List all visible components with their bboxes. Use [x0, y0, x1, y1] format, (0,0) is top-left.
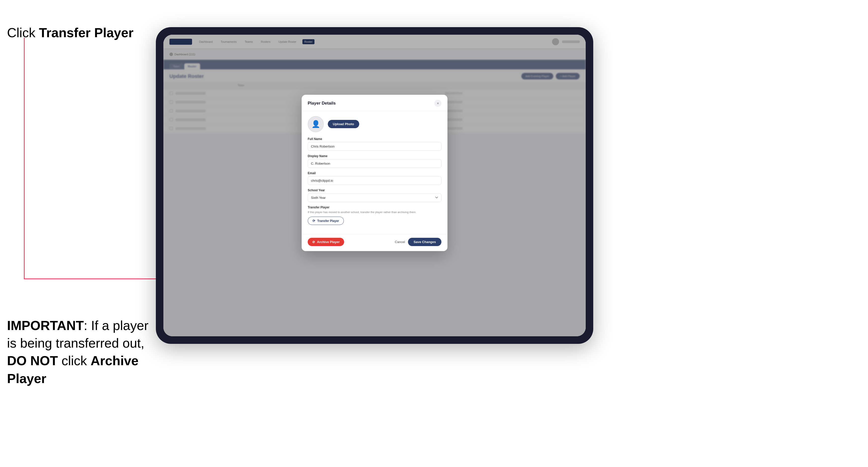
- upload-photo-button[interactable]: Upload Photo: [328, 120, 359, 128]
- instruction-prefix: Click: [7, 25, 39, 40]
- school-year-select[interactable]: First Year Second Year Third Year Fourth…: [308, 193, 441, 202]
- transfer-btn-label: Transfer Player: [317, 219, 339, 223]
- email-input[interactable]: [308, 176, 441, 185]
- cancel-button[interactable]: Cancel: [395, 240, 405, 244]
- transfer-section-description: If this player has moved to another scho…: [308, 210, 441, 214]
- instruction-suffix: click: [58, 353, 91, 368]
- transfer-icon: ⟳: [312, 219, 315, 223]
- school-year-label: School Year: [308, 188, 441, 192]
- archive-label: Archive Player: [317, 240, 340, 244]
- save-changes-button[interactable]: Save Changes: [408, 238, 441, 246]
- tablet-screen: Dashboard Tournaments Teams Rosters Upda…: [163, 35, 586, 336]
- email-label: Email: [308, 172, 441, 175]
- tablet-screen-area: Dashboard Tournaments Teams Rosters Upda…: [163, 35, 586, 336]
- arrow-vertical-line: [24, 38, 25, 279]
- instruction-transfer-bold: Transfer Player: [39, 25, 133, 40]
- instruction-top: Click Transfer Player: [7, 25, 133, 40]
- display-name-label: Display Name: [308, 154, 441, 158]
- dialog-close-button[interactable]: ×: [434, 100, 441, 107]
- transfer-player-button[interactable]: ⟳ Transfer Player: [308, 217, 344, 225]
- dialog-overlay: Player Details × 👤 Upload Photo: [163, 35, 586, 336]
- display-name-input[interactable]: [308, 159, 441, 168]
- avatar-circle: 👤: [308, 116, 324, 132]
- instruction-bottom: IMPORTANT: If a player is being transfer…: [7, 317, 153, 387]
- full-name-label: Full Name: [308, 137, 441, 141]
- full-name-input[interactable]: [308, 142, 441, 151]
- school-year-field-group: School Year First Year Second Year Third…: [308, 188, 441, 202]
- dialog-title: Player Details: [308, 101, 336, 106]
- avatar-icon: 👤: [311, 120, 320, 128]
- avatar-section: 👤 Upload Photo: [308, 116, 441, 132]
- do-not-label: DO NOT: [7, 353, 58, 368]
- full-name-field-group: Full Name: [308, 137, 441, 151]
- transfer-player-section: Transfer Player If this player has moved…: [308, 206, 441, 225]
- dialog-footer: ⊘ Archive Player Cancel Save Changes: [302, 234, 447, 251]
- transfer-section-title: Transfer Player: [308, 206, 441, 209]
- dialog-body: 👤 Upload Photo Full Name Display Name: [302, 111, 447, 234]
- important-label: IMPORTANT: [7, 318, 84, 333]
- player-details-dialog: Player Details × 👤 Upload Photo: [302, 95, 447, 251]
- display-name-field-group: Display Name: [308, 154, 441, 168]
- tablet-device: Dashboard Tournaments Teams Rosters Upda…: [156, 27, 593, 344]
- archive-icon: ⊘: [312, 240, 315, 244]
- footer-right-actions: Cancel Save Changes: [395, 238, 441, 246]
- dialog-header: Player Details ×: [302, 95, 447, 111]
- email-field-group: Email: [308, 172, 441, 185]
- archive-player-button[interactable]: ⊘ Archive Player: [308, 238, 344, 246]
